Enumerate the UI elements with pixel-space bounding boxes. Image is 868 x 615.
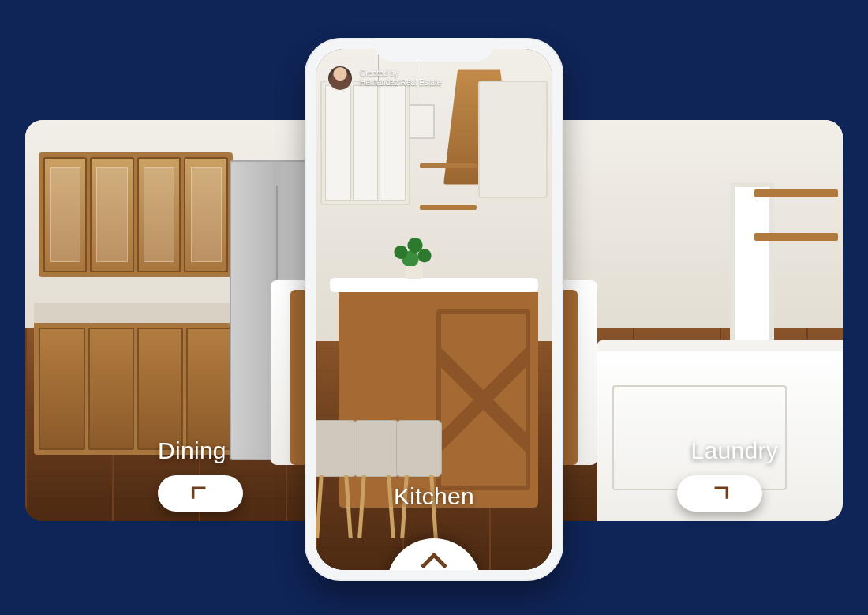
chevron-back-right-icon: [709, 481, 731, 506]
chevron-back-left-icon: [189, 481, 211, 506]
upper-cabinets-left: [320, 81, 410, 205]
nav-button-laundry[interactable]: [677, 475, 762, 512]
counter-plant: [387, 231, 434, 279]
phone-screen[interactable]: Created by Hernandez Real Estate Kitchen: [316, 49, 552, 570]
bar-stool: [316, 420, 357, 538]
virtual-tour-hero: Dining Laundry: [0, 0, 868, 615]
phone-mockup: Created by Hernandez Real Estate Kitchen: [305, 38, 563, 581]
open-shelf: [420, 163, 477, 168]
nav-label-dining: Dining: [158, 437, 226, 464]
cabinetry-left: [25, 152, 246, 482]
bar-stool: [354, 420, 399, 538]
nav-button-dining[interactable]: [158, 475, 243, 512]
phone-notch: [375, 38, 493, 62]
chevron-up-icon: [418, 545, 450, 570]
creator-text: Created by Hernandez Real Estate: [360, 69, 441, 88]
nav-label-kitchen: Kitchen: [394, 483, 474, 510]
creator-avatar: [327, 65, 354, 92]
upper-cabinets-right: [478, 81, 548, 198]
right-counter-area: [597, 168, 843, 521]
bar-stool: [396, 420, 442, 538]
open-shelf: [420, 205, 477, 210]
nav-label-laundry: Laundry: [690, 437, 778, 464]
creator-line2: Hernandez Real Estate: [360, 78, 441, 88]
creator-chip[interactable]: Created by Hernandez Real Estate: [327, 65, 441, 92]
creator-line1: Created by: [360, 69, 441, 79]
